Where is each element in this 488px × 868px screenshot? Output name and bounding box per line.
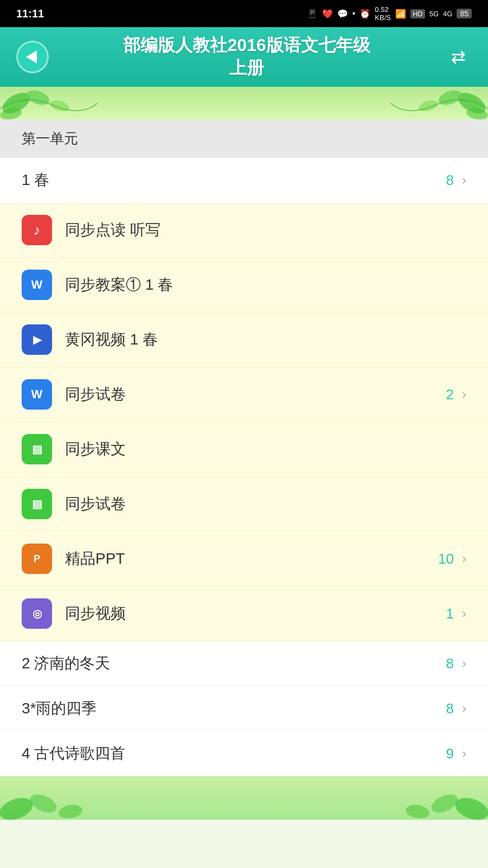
- sub-item-3-arrow-icon: ›: [462, 387, 466, 402]
- sub-item-0-title: 同步点读 听写: [65, 220, 466, 240]
- sub-item-7[interactable]: ◎ 同步视频 1 ›: [0, 586, 488, 641]
- speed-text: 0.52KB/S: [375, 5, 391, 22]
- svg-point-1: [24, 87, 52, 108]
- sub-item-1-title: 同步教案① 1 春: [65, 275, 466, 295]
- sub-item-5-icon: ▤: [22, 489, 52, 519]
- sub-item-3[interactable]: W 同步试卷 2 ›: [0, 367, 488, 422]
- app-header: 部编版人教社2016版语文七年级 上册 ⇄: [0, 27, 488, 87]
- sub-item-0[interactable]: ♪ 同步点读 听写: [0, 203, 488, 258]
- sub-item-1[interactable]: W 同步教案① 1 春: [0, 258, 488, 312]
- lesson-3-item[interactable]: 3*雨的四季 8 ›: [0, 686, 488, 731]
- deco-banner: [0, 87, 488, 119]
- sub-item-2-icon: ▶: [22, 324, 52, 355]
- sub-item-4[interactable]: ▤ 同步课文: [0, 422, 488, 477]
- sub-item-7-arrow-icon: ›: [462, 606, 466, 621]
- battery-icon: 📱: [307, 9, 318, 19]
- sub-item-5[interactable]: ▤ 同步试卷: [0, 477, 488, 532]
- refresh-icon: ⇄: [451, 47, 466, 67]
- svg-point-13: [404, 803, 430, 820]
- signal-4g: 4G: [443, 10, 452, 18]
- lesson-1-count: 8: [446, 172, 454, 189]
- sub-item-7-count: 1: [446, 605, 454, 622]
- sub-item-6-arrow-icon: ›: [462, 551, 466, 566]
- status-icons: 📱 ❤️ 💬 • ⏰ 0.52KB/S 📶 HD 5G 4G 85: [307, 5, 472, 22]
- sub-items-container: ♪ 同步点读 听写 W 同步教案① 1 春 ▶ 黄冈视频 1 春 W 同步试卷 …: [0, 203, 488, 641]
- sub-item-6[interactable]: P 精品PPT 10 ›: [0, 532, 488, 586]
- sub-item-1-icon: W: [22, 270, 52, 300]
- status-bar: 11:11 📱 ❤️ 💬 • ⏰ 0.52KB/S 📶 HD 5G 4G 85: [0, 0, 488, 27]
- svg-point-8: [0, 794, 36, 820]
- svg-point-7: [418, 99, 439, 113]
- back-button[interactable]: [16, 41, 49, 73]
- sub-item-2-title: 黄冈视频 1 春: [65, 329, 466, 350]
- lesson-4-count: 9: [446, 745, 454, 762]
- sub-item-7-title: 同步视频: [65, 603, 446, 624]
- svg-point-5: [436, 87, 464, 108]
- lesson-1-item[interactable]: 1 春 8 ›: [0, 158, 488, 203]
- signal-5g: 5G: [429, 10, 439, 18]
- sub-item-4-icon: ▤: [22, 434, 52, 464]
- sub-item-2[interactable]: ▶ 黄冈视频 1 春: [0, 312, 488, 367]
- health-icon: ❤️: [322, 9, 333, 19]
- sub-item-3-count: 2: [446, 386, 454, 403]
- sub-item-3-icon: W: [22, 379, 52, 410]
- lesson-2-item[interactable]: 2 济南的冬天 8 ›: [0, 641, 488, 686]
- sub-item-6-count: 10: [438, 551, 454, 567]
- back-arrow-icon: [26, 50, 37, 63]
- hd-badge: HD: [410, 9, 425, 18]
- refresh-button[interactable]: ⇄: [445, 43, 472, 71]
- lesson-2-arrow-icon: ›: [462, 656, 466, 671]
- dot-separator: •: [352, 9, 356, 18]
- bottom-decoration: [0, 776, 488, 820]
- scroll-content[interactable]: 第一单元 1 春 8 › ♪ 同步点读 听写 W 同步教案① 1 春 ▶ 黄冈视…: [0, 119, 488, 868]
- page-title: 部编版人教社2016版语文七年级 上册: [49, 34, 445, 79]
- svg-point-10: [57, 803, 83, 820]
- alarm-icon: ⏰: [359, 9, 370, 19]
- lesson-4-title: 4 古代诗歌四首: [22, 743, 446, 764]
- svg-point-3: [49, 99, 70, 113]
- bottom-leaf-svg: [0, 776, 488, 820]
- lesson-2-count: 8: [446, 655, 454, 672]
- lesson-3-title: 3*雨的四季: [22, 698, 446, 719]
- sub-item-4-title: 同步课文: [65, 439, 466, 459]
- wifi-icon: 📶: [395, 9, 406, 19]
- lesson-1-title: 1 春: [22, 170, 446, 190]
- sub-item-3-title: 同步试卷: [65, 384, 446, 405]
- sub-item-7-icon: ◎: [22, 598, 52, 629]
- wechat-icon: 💬: [337, 9, 348, 19]
- sub-item-5-title: 同步试卷: [65, 494, 466, 514]
- lesson-3-count: 8: [446, 700, 454, 717]
- sub-item-6-title: 精品PPT: [65, 548, 438, 569]
- section-header-1: 第一单元: [0, 119, 488, 158]
- lesson-2-title: 2 济南的冬天: [22, 653, 446, 674]
- battery-level: 85: [457, 9, 472, 18]
- status-time: 11:11: [16, 8, 44, 20]
- lesson-4-arrow-icon: ›: [462, 746, 466, 761]
- lesson-4-item[interactable]: 4 古代诗歌四首 9 ›: [0, 731, 488, 776]
- lesson-1-arrow-icon: ›: [462, 173, 466, 188]
- svg-point-9: [28, 790, 60, 816]
- lesson-3-arrow-icon: ›: [462, 701, 466, 716]
- section-label: 第一单元: [22, 130, 78, 146]
- svg-point-11: [452, 794, 488, 820]
- leaf-decoration-svg: [0, 87, 488, 119]
- sub-item-0-icon: ♪: [22, 215, 52, 245]
- svg-point-12: [429, 790, 461, 816]
- sub-item-6-icon: P: [22, 544, 52, 574]
